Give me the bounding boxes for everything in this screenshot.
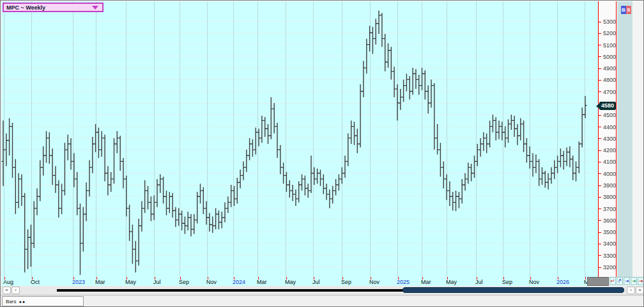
month-label: Nov	[369, 279, 379, 285]
right-side-panel: B S	[617, 1, 632, 277]
price-axis[interactable]: 4580 53005200510050004900480047004500440…	[598, 1, 617, 277]
price-label: 3800	[603, 194, 617, 200]
current-price-marker: 4580	[599, 102, 616, 110]
price-label: 3700	[603, 206, 617, 212]
month-label: Oct	[31, 279, 40, 285]
price-tick	[599, 209, 601, 209]
buy-sell-badges: B S	[621, 6, 631, 14]
price-label: 3900	[603, 182, 617, 189]
blue-shift-icon[interactable]: ⇥	[624, 277, 630, 285]
right-margin	[632, 1, 644, 277]
axis-corner-filler	[587, 277, 609, 286]
price-tick	[599, 150, 601, 151]
chart-nav-buttons: ↵↱⇥⇥⇥	[610, 277, 644, 286]
price-label: 4300	[603, 136, 617, 142]
price-label: 5100	[603, 42, 617, 49]
price-label: 4200	[603, 147, 617, 154]
symbol-timeframe-dropdown[interactable]: MPC ~ Weekly	[3, 3, 103, 12]
scrollbar-track[interactable]	[57, 289, 404, 292]
scroll-right-button[interactable]: ›	[627, 287, 635, 294]
price-tick	[599, 80, 601, 81]
price-tick	[599, 173, 601, 174]
price-label: 4400	[603, 124, 617, 130]
month-label: Nov	[206, 279, 217, 285]
blue-corner-arrow-icon[interactable]: ↱	[617, 277, 623, 285]
tab-bars-label: Bars	[6, 299, 16, 304]
year-label: 2024	[233, 279, 245, 285]
trading-chart-window: MPC ~ Weekly 4580 5300520051005000490048…	[0, 0, 644, 307]
price-tick	[599, 232, 601, 233]
sell-badge[interactable]: S	[626, 6, 631, 14]
price-tick	[599, 115, 601, 116]
tab-bars[interactable]: Bars ●●	[2, 296, 84, 306]
year-label: 2026	[556, 279, 569, 285]
month-label: May	[446, 279, 457, 285]
price-label: 3600	[603, 217, 617, 224]
year-label: 2023	[72, 279, 85, 285]
price-tick	[599, 45, 601, 45]
price-tick	[599, 162, 601, 162]
price-label: 3500	[603, 229, 617, 235]
month-label: Mar	[95, 279, 105, 285]
price-label: 3200	[603, 264, 617, 271]
price-label: 4000	[603, 171, 617, 177]
buy-badge[interactable]: B	[621, 6, 626, 14]
price-tick	[599, 255, 601, 256]
bottom-tab-bar: Bars ●●	[1, 295, 643, 306]
month-label: May	[125, 279, 136, 285]
price-tick	[599, 127, 601, 127]
price-tick	[599, 185, 601, 186]
price-label: 4500	[603, 112, 617, 118]
chevron-down-icon	[92, 6, 98, 10]
price-label: 4700	[603, 89, 617, 95]
month-label: Jul	[475, 279, 483, 285]
price-tick	[599, 22, 601, 22]
price-label: 5000	[603, 54, 617, 60]
month-label: Aug	[3, 279, 13, 285]
month-label: Mar	[421, 279, 431, 285]
chart-plot-area[interactable]: MPC ~ Weekly	[1, 1, 598, 277]
month-label: Mar	[257, 279, 267, 285]
horizontal-scrollbar[interactable]: « ‹ › »	[1, 286, 643, 295]
year-label: 2025	[397, 279, 410, 285]
price-label: 4900	[603, 65, 617, 72]
month-label: Sep	[502, 279, 512, 285]
scroll-far-right-button[interactable]: »	[636, 287, 644, 294]
time-axis[interactable]: AugOct2023MarMayJulSepNov2024MarMayJulSe…	[1, 277, 598, 286]
price-tick	[599, 56, 601, 57]
price-label: 4800	[603, 77, 617, 83]
month-label: May	[285, 279, 296, 285]
vertical-gridlines	[4, 1, 585, 277]
month-label: Jul	[312, 279, 320, 285]
month-label: Nov	[529, 279, 539, 285]
price-label: 3400	[603, 240, 617, 247]
price-tick	[599, 138, 601, 139]
month-label: Sep	[179, 279, 189, 285]
price-label: 5200	[603, 30, 617, 36]
green-shift-icon[interactable]: ⇥	[631, 277, 637, 285]
price-tick	[599, 33, 601, 34]
month-label: Sep	[341, 279, 351, 285]
symbol-dropdown-label: MPC ~ Weekly	[6, 4, 92, 11]
ohlc-bars	[1, 11, 586, 275]
price-label: 5300	[603, 19, 617, 25]
price-tick	[599, 244, 601, 244]
scroll-far-left-button[interactable]: «	[3, 287, 11, 294]
price-tick	[599, 68, 601, 69]
scroll-left-button[interactable]: ‹	[12, 287, 20, 294]
month-label: Jul	[153, 279, 161, 285]
price-tick	[599, 91, 601, 92]
red-shift-icon[interactable]: ⇥	[638, 277, 644, 285]
price-tick	[599, 197, 601, 198]
scrollbar-thumb[interactable]	[402, 287, 624, 293]
price-label: 4100	[603, 159, 617, 165]
ohlc-chart	[1, 1, 598, 277]
horizontal-gridlines	[1, 21, 598, 267]
price-label: 3300	[603, 253, 617, 259]
price-tick	[599, 220, 601, 221]
tab-bars-indicator-dots: ●●	[19, 299, 25, 304]
price-tick	[599, 267, 601, 268]
red-return-arrow-icon[interactable]: ↵	[610, 277, 616, 285]
